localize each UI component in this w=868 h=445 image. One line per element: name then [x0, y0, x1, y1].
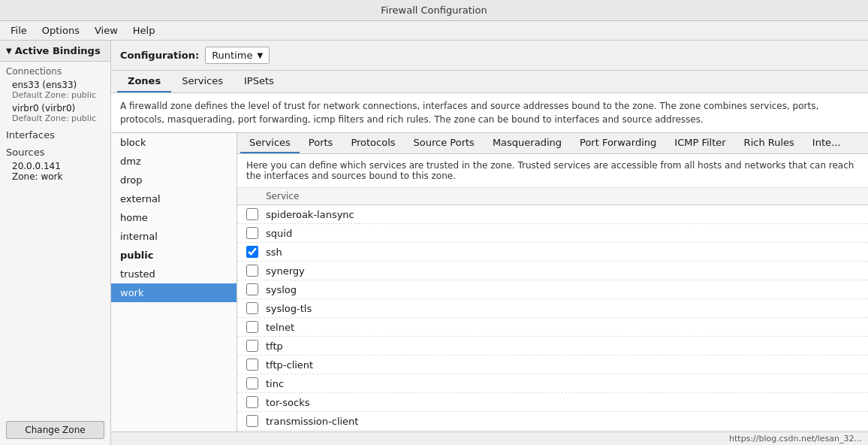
active-bindings-header[interactable]: ▼ Active Bindings [0, 41, 110, 62]
sidebar-item-ens33[interactable]: ens33 (ens33) Default Zone: public [0, 78, 110, 101]
sources-label: Sources [0, 142, 110, 159]
service-row-spideroak-lansync: spideroak-lansync [237, 205, 868, 224]
sub-tab-inte...[interactable]: Inte... [803, 133, 850, 153]
service-table-header: Service [237, 188, 868, 205]
zone-item-public[interactable]: public [111, 246, 237, 265]
interfaces-label: Interfaces [0, 125, 110, 142]
source-zone: Zone: work [12, 171, 104, 182]
service-row-tinc: tinc [237, 374, 868, 393]
service-name-syslog: syslog [266, 284, 297, 295]
top-tabs: Zones Services IPSets [111, 71, 868, 93]
connection-name-virbr0: virbr0 (virbr0) [12, 103, 104, 114]
service-name-spideroak-lansync: spideroak-lansync [266, 209, 354, 220]
config-dropdown[interactable]: Runtime ▼ [205, 47, 270, 64]
tab-ipsets[interactable]: IPSets [234, 71, 285, 92]
service-row-tor-socks: tor-socks [237, 393, 868, 412]
sub-tabs: ServicesPortsProtocolsSource PortsMasque… [237, 133, 868, 154]
service-name-transmission-client: transmission-client [266, 416, 358, 427]
service-row-tftp: tftp [237, 337, 868, 356]
config-bar: Configuration: Runtime ▼ [111, 41, 868, 71]
service-row-syslog: syslog [237, 280, 868, 299]
menu-file[interactable]: File [3, 23, 35, 38]
zone-item-trusted[interactable]: trusted [111, 265, 237, 283]
zone-description: A firewalld zone defines the level of tr… [111, 93, 868, 133]
service-checkbox-synergy[interactable] [246, 265, 258, 277]
service-checkbox-telnet[interactable] [246, 321, 258, 333]
status-bar: https://blog.csdn.net/lesan_32... [111, 431, 868, 445]
menu-options[interactable]: Options [35, 23, 87, 38]
service-checkbox-syslog[interactable] [246, 283, 258, 295]
service-table: Service spideroak-lansyncsquidsshsynergy… [237, 188, 868, 431]
service-name-synergy: synergy [266, 265, 305, 277]
service-column-header: Service [266, 191, 299, 201]
zone-item-external[interactable]: external [111, 189, 237, 208]
sub-tab-masquerading[interactable]: Masquerading [484, 133, 571, 153]
connection-zone-virbr0: Default Zone: public [12, 114, 104, 123]
service-checkbox-ssh[interactable] [246, 246, 258, 258]
detail-panel: ServicesPortsProtocolsSource PortsMasque… [237, 133, 868, 431]
service-row-telnet: telnet [237, 318, 868, 337]
service-checkbox-syslog-tls[interactable] [246, 302, 258, 314]
service-checkbox-transmission-client[interactable] [246, 415, 258, 427]
service-checkbox-tftp-client[interactable] [246, 359, 258, 371]
tab-services-top[interactable]: Services [171, 71, 234, 92]
content-panel: Configuration: Runtime ▼ Zones Services … [111, 41, 868, 445]
sub-tab-source-ports[interactable]: Source Ports [405, 133, 484, 153]
service-name-tftp-client: tftp-client [266, 359, 313, 371]
service-row-squid: squid [237, 224, 868, 243]
service-row-transmission-client: transmission-client [237, 412, 868, 431]
sub-tab-services[interactable]: Services [240, 133, 300, 153]
main-layout: ▼ Active Bindings Connections ens33 (ens… [0, 41, 868, 445]
zone-item-drop[interactable]: drop [111, 171, 237, 189]
sub-tab-rich-rules[interactable]: Rich Rules [735, 133, 803, 153]
menu-help[interactable]: Help [125, 23, 163, 38]
menu-view[interactable]: View [87, 23, 125, 38]
service-checkbox-tinc[interactable] [246, 377, 258, 389]
sidebar-source-ip: 20.0.0.141 Zone: work [0, 159, 110, 183]
service-name-squid: squid [266, 228, 292, 239]
sidebar: ▼ Active Bindings Connections ens33 (ens… [0, 41, 111, 445]
service-checkbox-spideroak-lansync[interactable] [246, 208, 258, 220]
service-name-tor-socks: tor-socks [266, 397, 309, 408]
sub-tab-ports[interactable]: Ports [300, 133, 342, 153]
active-bindings-chevron: ▼ [6, 47, 12, 55]
service-row-ssh: ssh [237, 243, 868, 262]
config-dropdown-value: Runtime [212, 50, 252, 61]
connection-zone-ens33: Default Zone: public [12, 90, 104, 100]
service-row-tftp-client: tftp-client [237, 356, 868, 374]
service-checkbox-tftp[interactable] [246, 340, 258, 352]
service-row-synergy: synergy [237, 262, 868, 280]
config-dropdown-arrow: ▼ [257, 51, 263, 59]
source-ip: 20.0.0.141 [12, 161, 104, 171]
zone-item-internal[interactable]: internal [111, 227, 237, 246]
service-name-tftp: tftp [266, 341, 283, 352]
sidebar-item-virbr0[interactable]: virbr0 (virbr0) Default Zone: public [0, 101, 110, 125]
status-text: https://blog.csdn.net/lesan_32... [729, 434, 862, 443]
service-name-tinc: tinc [266, 378, 284, 389]
service-name-syslog-tls: syslog-tls [266, 303, 312, 314]
connection-name-ens33: ens33 (ens33) [12, 80, 104, 90]
config-label: Configuration: [120, 50, 199, 61]
menu-bar: File Options View Help [0, 21, 868, 41]
title-bar: Firewall Configuration [0, 0, 868, 21]
sub-tab-protocols[interactable]: Protocols [342, 133, 404, 153]
tab-zones[interactable]: Zones [117, 71, 171, 92]
window-title: Firewall Configuration [381, 5, 487, 16]
sub-tab-icmp-filter[interactable]: ICMP Filter [665, 133, 734, 153]
service-checkbox-squid[interactable] [246, 227, 258, 239]
service-name-ssh: ssh [266, 247, 282, 258]
sub-tab-port-forwarding[interactable]: Port Forwarding [571, 133, 665, 153]
zone-list: blockdmzdropexternalhomeinternalpublictr… [111, 133, 237, 431]
change-zone-button[interactable]: Change Zone [6, 421, 104, 439]
services-description: Here you can define which services are t… [237, 154, 868, 188]
zone-item-dmz[interactable]: dmz [111, 152, 237, 171]
active-bindings-label: Active Bindings [15, 45, 101, 56]
zone-detail-layout: blockdmzdropexternalhomeinternalpublictr… [111, 133, 868, 431]
connections-label: Connections [0, 62, 110, 78]
service-row-syslog-tls: syslog-tls [237, 299, 868, 318]
zone-item-work[interactable]: work [111, 283, 237, 302]
zone-item-block[interactable]: block [111, 133, 237, 152]
service-name-telnet: telnet [266, 322, 294, 333]
zone-item-home[interactable]: home [111, 208, 237, 227]
service-checkbox-tor-socks[interactable] [246, 396, 258, 408]
